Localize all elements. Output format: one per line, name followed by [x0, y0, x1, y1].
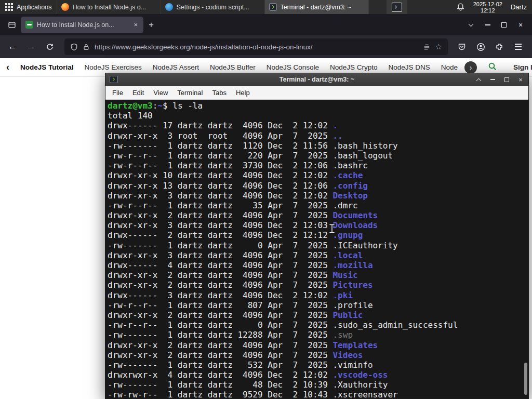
terminal-minimize-button[interactable] [489, 76, 496, 83]
taskbar-window-buttons: How to Install Node.js o... Settings - c… [57, 0, 369, 14]
terminal-listing-row: drwxr-xr-x 2 dartz dartz 4096 Apr 7 2025… [108, 340, 528, 350]
terminal-window: Terminal - dartz@vm3: ~ × File Edit View… [105, 73, 529, 399]
menu-file[interactable]: File [108, 87, 128, 98]
terminal-listing-row: drwxr-xr-x 3 dartz dartz 4096 Dec 2 12:0… [108, 220, 528, 230]
menu-terminal[interactable]: Terminal [172, 87, 207, 98]
subnav-link[interactable]: NodeJS Buffer [210, 63, 256, 71]
terminal-listing-row: drwxr-xr-x 10 dartz dartz 4096 Dec 2 12:… [108, 170, 528, 180]
taskbar-button-terminal[interactable]: Terminal - dartz@vm3: ~ [265, 0, 369, 14]
subnav-link-active[interactable]: NodeJS Tutorial [20, 63, 74, 71]
terminal-listing-row: -rw-r--r-- 1 dartz dartz 0 Apr 7 2025 .s… [108, 320, 528, 330]
taskbar-button-firefox[interactable]: How to Install Node.js o... [57, 0, 161, 14]
terminal-listing-row: drwxrwxr-x 4 dartz dartz 4096 Dec 2 12:0… [108, 370, 528, 380]
subnav-forward-chevron-icon: › [470, 63, 472, 72]
terminal-scrollbar-thumb[interactable] [524, 363, 527, 395]
sign-in-button[interactable]: Sign In [508, 61, 532, 73]
reader-mode-icon[interactable] [423, 43, 431, 51]
tray-terminal-icon [392, 3, 402, 12]
terminal-total-line: total 140 [108, 111, 528, 121]
terminal-command: ls -la [172, 101, 203, 111]
terminal-window-title: Terminal - dartz@vm3: ~ [105, 76, 528, 83]
tab-title: How to Install Node.js on... [37, 21, 129, 29]
extensions-puzzle-icon[interactable] [491, 39, 507, 55]
terminal-listing-row: drwx------ 17 dartz dartz 4096 Dec 2 12:… [108, 121, 528, 130]
terminal-listing-row: -rw------- 1 dartz dartz 12288 Apr 7 202… [108, 330, 528, 340]
tab-list-chevron-icon[interactable] [462, 17, 479, 33]
applications-menu[interactable]: Applications [0, 0, 57, 14]
terminal-listing-row: drwxr-xr-x 2 dartz dartz 4096 Apr 7 2025… [108, 280, 528, 290]
terminal-window-controls: × [475, 76, 524, 83]
terminal-listing-row: -rw-rw-r-- 1 dartz dartz 9529 Dec 2 10:4… [108, 390, 528, 398]
terminal-output[interactable]: dartz@vm3:~$ ls -la total 140 drwx------… [105, 100, 528, 398]
terminal-listing-row: drwx------ 2 dartz dartz 4096 Dec 2 12:1… [108, 230, 528, 240]
terminal-titlebar-icon [110, 76, 118, 83]
url-bar[interactable]: https://www.geeksforgeeks.org/node-js/in… [64, 38, 448, 55]
lock-icon[interactable] [83, 43, 90, 51]
terminal-listing-row: drwxr-xr-x 3 dartz dartz 4096 Dec 2 12:0… [108, 191, 528, 201]
back-button[interactable]: ← [4, 38, 21, 55]
terminal-listing-row: -rw------- 1 dartz dartz 532 Apr 7 2025 … [108, 360, 528, 370]
terminal-listing-row: -rw-r--r-- 1 dartz dartz 3730 Dec 2 12:0… [108, 161, 528, 170]
terminal-menubar: File Edit View Terminal Tabs Help [105, 86, 528, 100]
notifications-bell-icon[interactable] [456, 3, 465, 11]
reload-button[interactable] [42, 38, 58, 55]
terminal-listing-row: drwxr-xr-x 2 dartz dartz 4096 Apr 7 2025… [108, 270, 528, 280]
url-text[interactable]: https://www.geeksforgeeks.org/node-js/in… [95, 43, 418, 51]
taskbar-button-label: How to Install Node.js o... [72, 4, 146, 11]
terminal-listing-row: drwxr-xr-x 2 dartz dartz 4096 Apr 7 2025… [108, 350, 528, 360]
applications-label: Applications [17, 4, 51, 11]
terminal-shade-button[interactable] [475, 76, 482, 83]
taskbar-button-label: Terminal - dartz@vm3: ~ [280, 4, 351, 11]
subnav-link[interactable]: NodeJS Console [267, 63, 319, 71]
terminal-listing-row: -rw------- 1 dartz dartz 48 Dec 2 10:39 … [108, 380, 528, 390]
firefox-view-icon[interactable] [5, 18, 19, 32]
account-icon[interactable] [473, 39, 488, 55]
tray-launcher[interactable] [387, 0, 407, 14]
tab-bar: How to Install Node.js on... × + × [0, 14, 532, 35]
terminal-listing-row: drwxr-xr-x 2 dartz dartz 4096 Apr 7 2025… [108, 310, 528, 320]
clock-time: 12:12 [473, 7, 502, 14]
subnav-forward-button[interactable]: › [464, 61, 477, 74]
browser-close-button[interactable]: × [512, 17, 529, 33]
subnav-back-chevron-icon[interactable]: ‹ [6, 62, 9, 73]
menu-view[interactable]: View [149, 87, 172, 98]
pocket-icon[interactable] [454, 39, 470, 55]
search-icon[interactable] [488, 62, 497, 73]
browser-restore-button[interactable] [496, 17, 512, 33]
terminal-listing-row: -rw------- 1 dartz dartz 0 Apr 7 2025 .I… [108, 241, 528, 250]
clock[interactable]: 2025-12-02 12:12 [473, 1, 502, 14]
menu-tabs[interactable]: Tabs [207, 87, 231, 98]
terminal-titlebar[interactable]: Terminal - dartz@vm3: ~ × [105, 73, 528, 86]
terminal-listing: drwx------ 17 dartz dartz 4096 Dec 2 12:… [108, 121, 528, 398]
forward-button[interactable]: → [23, 38, 39, 55]
firefox-icon [61, 3, 69, 11]
navigation-toolbar: ← → https://www.geeksforgeeks.org/node-j… [0, 35, 532, 58]
terminal-listing-row: drwxr-xr-x 3 dartz dartz 4096 Apr 7 2025… [108, 250, 528, 260]
prompt-separator: : [153, 101, 158, 111]
toolbar-right-icons [454, 39, 528, 55]
geeksforgeeks-favicon [25, 21, 33, 29]
clock-date: 2025-12-02 [473, 1, 502, 7]
taskbar-button-codium[interactable]: Settings - codium script... [161, 0, 265, 14]
tab-close-icon[interactable]: × [132, 21, 139, 29]
bookmark-star-icon[interactable]: ☆ [435, 42, 442, 51]
browser-minimize-button[interactable] [479, 17, 496, 33]
terminal-prompt-line: dartz@vm3:~$ ls -la [108, 101, 528, 111]
menu-help[interactable]: Help [231, 87, 255, 98]
subnav-link-truncated[interactable]: Node [441, 63, 458, 71]
tracking-shield-icon[interactable] [70, 43, 78, 51]
terminal-listing-row: -rw-r--r-- 1 dartz dartz 807 Apr 7 2025 … [108, 300, 528, 310]
panel-right-group: 2025-12-02 12:12 Dartz [451, 0, 532, 14]
terminal-maximize-button[interactable] [503, 76, 510, 83]
menu-edit[interactable]: Edit [128, 87, 149, 98]
menu-hamburger-icon[interactable] [510, 39, 526, 55]
subnav-link[interactable]: NodeJS Exercises [85, 63, 142, 71]
subnav-link[interactable]: NodeJS DNS [389, 63, 430, 71]
new-tab-button[interactable]: + [143, 20, 159, 30]
browser-tab[interactable]: How to Install Node.js on... × [21, 17, 143, 33]
subnav-link[interactable]: NodeJS Crypto [330, 63, 378, 71]
codium-icon [165, 3, 173, 11]
subnav-link[interactable]: NodeJS Assert [153, 63, 199, 71]
terminal-close-button[interactable]: × [517, 76, 524, 83]
applications-grid-icon [5, 3, 13, 11]
